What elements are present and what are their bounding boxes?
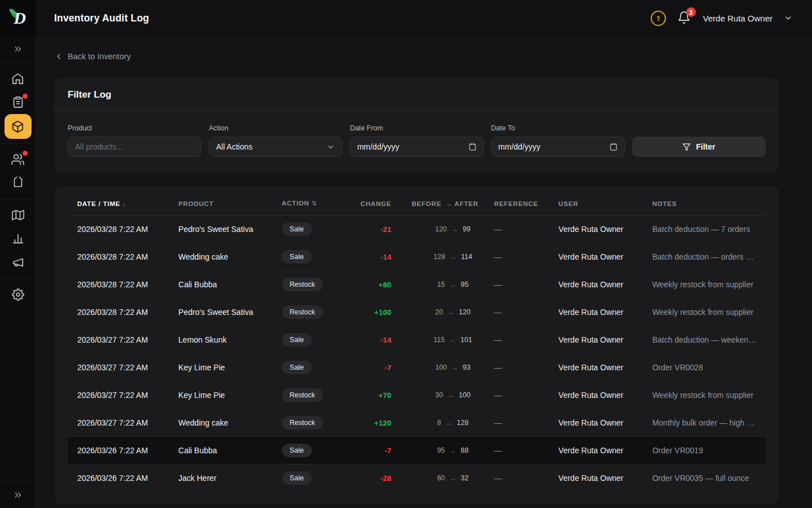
row-before: 20 [435, 308, 443, 316]
arrow-right-icon: → [449, 446, 456, 454]
notifications-bell-icon[interactable]: 3 [677, 11, 692, 25]
row-datetime: 2026/03/27 7:22 AM [68, 354, 178, 382]
calendar-icon[interactable] [610, 143, 617, 151]
sidebar-item-reports[interactable] [5, 227, 32, 251]
sidebar [0, 36, 36, 508]
row-notes: Order VR0028 [652, 354, 766, 382]
table-row[interactable]: 2026/03/28 7:22 AM Pedro's Sweet Sativa … [68, 216, 766, 243]
row-datetime: 2026/03/26 7:22 AM [68, 465, 178, 492]
row-user: Verde Ruta Owner [558, 299, 652, 326]
row-product: Jack Herer [178, 465, 281, 492]
action-badge: Sale [282, 222, 312, 236]
calendar-icon[interactable] [469, 143, 476, 151]
sidebar-item-inventory[interactable] [5, 114, 32, 139]
row-user: Verde Ruta Owner [558, 216, 652, 243]
row-product: Cali Bubba [178, 437, 281, 465]
row-after: 100 [459, 391, 471, 399]
sidebar-item-tags[interactable] [5, 171, 32, 195]
row-reference: — [494, 465, 558, 492]
table-row[interactable]: 2026/03/28 7:22 AM Pedro's Sweet Sativa … [68, 299, 766, 326]
row-notes: Batch deduction — 7 orders [652, 216, 766, 243]
sidebar-item-home[interactable] [5, 67, 32, 90]
row-before: 15 [437, 281, 445, 288]
sidebar-expand-icon[interactable] [0, 36, 36, 62]
back-to-inventory-link[interactable]: Back to Inventory [54, 52, 131, 61]
user-menu-name[interactable]: Verde Ruta Owner [703, 14, 773, 23]
sidebar-divider [0, 62, 36, 63]
clipboard-icon [12, 96, 24, 108]
top-bar: D Inventory Audit Log 3 Verde Ruta Owner [0, 0, 812, 36]
row-change: -14 [360, 326, 412, 354]
table-row[interactable]: 2026/03/26 7:22 AM Jack Herer Sale -28 6… [68, 465, 766, 492]
row-after: 95 [461, 281, 469, 288]
sidebar-item-customers[interactable] [5, 147, 32, 171]
row-before: 60 [437, 474, 445, 482]
arrow-right-icon: → [449, 336, 456, 344]
action-badge: Sale [282, 250, 312, 264]
row-user: Verde Ruta Owner [558, 354, 652, 382]
sidebar-item-settings[interactable] [5, 283, 32, 306]
filter-button[interactable]: Filter [632, 137, 766, 157]
notification-dot [23, 94, 28, 99]
row-datetime: 2026/03/28 7:22 AM [68, 271, 178, 299]
row-user: Verde Ruta Owner [558, 382, 652, 409]
row-reference: — [494, 382, 558, 409]
row-change: -7 [360, 354, 412, 382]
sidebar-item-orders[interactable] [5, 90, 32, 114]
table-row[interactable]: 2026/03/27 7:22 AM Key Lime Pie Sale -7 … [68, 354, 766, 382]
row-reference: — [494, 437, 558, 465]
audit-log-table: DATE / TIME↓ PRODUCT ACTION⇅ CHANGE BEFO… [68, 186, 766, 492]
row-reference: — [494, 271, 558, 299]
column-header-product[interactable]: PRODUCT [178, 186, 281, 216]
arrow-right-icon: → [450, 253, 457, 261]
arrow-right-icon: → [448, 308, 454, 316]
table-row[interactable]: 2026/03/28 7:22 AM Cali Bubba Restock +8… [68, 271, 766, 299]
date-to-label: Date To [491, 124, 625, 132]
action-badge: Restock [282, 278, 323, 291]
table-row[interactable]: 2026/03/27 7:22 AM Wedding cake Restock … [68, 409, 766, 437]
date-to-input[interactable]: mm/dd/yyyy [491, 137, 625, 157]
chevron-down-icon[interactable] [784, 14, 793, 23]
row-after: 120 [459, 308, 471, 316]
megaphone-icon [12, 256, 24, 269]
table-row[interactable]: 2026/03/26 7:22 AM Cali Bubba Sale -7 95… [68, 437, 766, 465]
audit-log-table-card: DATE / TIME↓ PRODUCT ACTION⇅ CHANGE BEFO… [54, 186, 779, 504]
app-logo[interactable]: D [0, 0, 36, 36]
row-user: Verde Ruta Owner [558, 465, 652, 492]
table-row[interactable]: 2026/03/27 7:22 AM Key Lime Pie Restock … [68, 382, 766, 409]
sidebar-item-catalog[interactable] [5, 203, 32, 227]
row-after: 93 [463, 364, 471, 371]
row-reference: — [494, 299, 558, 326]
notification-dot [23, 151, 28, 156]
arrow-right-icon: → [446, 200, 453, 207]
row-product: Wedding cake [178, 243, 281, 271]
table-row[interactable]: 2026/03/28 7:22 AM Wedding cake Sale -14… [68, 243, 766, 271]
row-datetime: 2026/03/26 7:22 AM [68, 437, 178, 465]
row-after: 88 [461, 446, 469, 454]
bar-chart-icon [12, 233, 24, 245]
row-notes: Order VR0035 — full ounce [652, 465, 766, 492]
help-icon[interactable] [651, 11, 666, 26]
row-user: Verde Ruta Owner [558, 326, 652, 354]
row-notes: Monthly bulk order — high … [652, 409, 766, 437]
row-change: -21 [360, 216, 412, 243]
column-header-action[interactable]: ACTION⇅ [282, 186, 360, 216]
row-product: Key Lime Pie [178, 382, 281, 409]
sidebar-item-marketing[interactable] [5, 251, 32, 274]
row-datetime: 2026/03/27 7:22 AM [68, 382, 178, 409]
column-header-change[interactable]: CHANGE [360, 186, 412, 216]
row-notes: Weekly restock from supplier [652, 382, 766, 409]
date-from-input[interactable]: mm/dd/yyyy [350, 137, 483, 157]
row-change: -7 [360, 437, 412, 465]
logo-letter: D [14, 10, 26, 27]
action-select[interactable]: All Actions [209, 137, 342, 157]
table-row[interactable]: 2026/03/27 7:22 AM Lemon Skunk Sale -14 … [68, 326, 766, 354]
product-input[interactable]: All products... [68, 137, 201, 157]
row-change: +80 [360, 271, 412, 299]
row-notes: Weekly restock from supplier [652, 299, 766, 326]
row-after: 128 [457, 419, 469, 427]
row-change: -28 [360, 465, 412, 492]
sidebar-collapse-icon[interactable] [0, 482, 36, 508]
column-header-datetime[interactable]: DATE / TIME↓ [68, 186, 178, 216]
row-datetime: 2026/03/27 7:22 AM [68, 326, 178, 354]
